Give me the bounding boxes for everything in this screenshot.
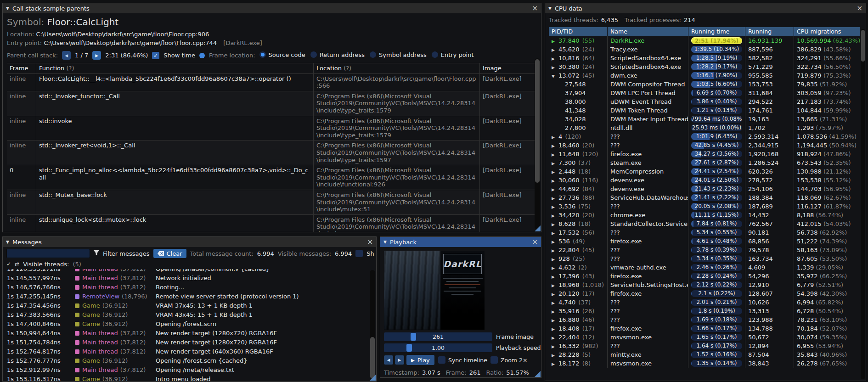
expand-arrow-icon[interactable]: ▶: [552, 151, 558, 158]
cpu-titlebar[interactable]: ▼ CPU data ×: [545, 3, 866, 13]
cpu-process-row[interactable]: ▶28,228 (5)mintty.exe1.52 s (0.16%)87,50…: [549, 350, 860, 359]
expand-arrow-icon[interactable]: ▶: [552, 133, 558, 141]
cpu-process-row[interactable]: ▶44,692 (84)devenv.exe21.43 s (2.23%)254…: [549, 185, 860, 193]
callstack-titlebar[interactable]: ▼ Call stack sample parents ×: [3, 3, 541, 13]
callstack-frame-row[interactable]: inlinestd::invokeC:\Program Files (x86)\…: [7, 116, 537, 141]
cpu-process-row[interactable]: 27,548DWM Compositor Thread1:03.5 (6.60%…: [549, 80, 860, 89]
cpu-process-row[interactable]: ▶11,648 (120)firefox.exe34.27 s (3.56%)1…: [549, 150, 860, 158]
callstack-frame-row[interactable]: inlinestd::_Invoker_ret<void,1>::_CallC:…: [7, 140, 537, 165]
collapse-arrow-icon[interactable]: ▼: [552, 72, 558, 80]
message-row[interactable]: 1s 147,383,566nsGame(36,912)VRAM 43x45: …: [3, 310, 376, 320]
collapse-arrow-icon[interactable]: ▼: [548, 6, 552, 11]
expand-arrow-icon[interactable]: ▶: [552, 177, 558, 185]
column-header-pid[interactable]: PID/TID: [549, 27, 608, 36]
close-icon[interactable]: ×: [532, 5, 538, 12]
expand-arrow-icon[interactable]: ▶: [552, 334, 558, 342]
message-row[interactable]: 1s 146,576,766nsMain thread(37,812)Booti…: [3, 283, 376, 292]
column-header-name[interactable]: Name: [608, 27, 688, 36]
radio-entry-point[interactable]: Entry point: [432, 51, 474, 58]
zoom-checkbox[interactable]: [490, 356, 498, 364]
cpu-process-row[interactable]: 37,904DWM LPC Port Thread6.69 s (0.70%)3…: [549, 89, 860, 97]
check-icon[interactable]: ✓: [6, 261, 11, 267]
expand-arrow-icon[interactable]: ▶: [552, 360, 558, 368]
playback-speed-slider[interactable]: 1.00: [384, 343, 492, 352]
message-filter-input[interactable]: [6, 249, 90, 258]
expand-arrow-icon[interactable]: ▶: [552, 281, 558, 289]
collapse-arrow-icon[interactable]: ▼: [6, 6, 9, 11]
callstack-frame-row[interactable]: 0std::_Func_impl_no_alloc<<lambda_5bc224…: [7, 165, 537, 190]
cpu-process-row[interactable]: ▼13,072 (45)dwm.exe1:16.1 (7.90%)955,585…: [549, 71, 860, 80]
message-row[interactable]: 1s 147,400,846nsGame(36,912)Opening /for…: [3, 320, 376, 329]
message-row[interactable]: 1s 153,116,317nsGame(36,912)Intro menu l…: [3, 375, 376, 381]
message-row[interactable]: 1s 150,994,644nsMain thread(37,812)New r…: [3, 329, 376, 338]
cpu-process-row[interactable]: ▶20,120 (17)firefox.exe2.1 s (0.22%)128,…: [549, 289, 860, 298]
play-button[interactable]: ▶ Play: [406, 355, 434, 365]
cpu-process-row[interactable]: ▶35,916 (26)???1.8 s (0.19%)13,3136,728 …: [549, 307, 860, 315]
cpu-process-row[interactable]: 27,800ntdll.dll25.93 ms (0.00%)1,7021,29…: [549, 124, 860, 132]
expand-arrow-icon[interactable]: ▶: [552, 325, 558, 333]
message-row[interactable]: 1s 147,354,456nsGame(36,912)VRAM 37x45: …: [3, 301, 376, 310]
cpu-process-row[interactable]: ▶3,536 (75)???20.05 s (2.08%)187,689116,…: [549, 202, 860, 211]
radio-icon[interactable]: [432, 51, 438, 58]
show-time-checkbox[interactable]: [152, 52, 159, 59]
column-header-cpu-migrations[interactable]: CPU migrations: [794, 27, 860, 36]
cpu-process-row[interactable]: 38,000uDWM Event Thread3.86 s (0.40%)294…: [549, 97, 860, 106]
frame-image-slider[interactable]: 261: [384, 332, 492, 341]
previous-frame-button[interactable]: ◀: [384, 355, 393, 365]
next-callstack-button[interactable]: ▶: [92, 51, 101, 60]
expand-arrow-icon[interactable]: ▶: [552, 46, 558, 54]
cpu-process-row[interactable]: ▶2,448 (18)MemCompression24.41 s (2.54%)…: [549, 167, 860, 176]
cpu-process-row[interactable]: 34,028DWM Master Input Thread799.64 ms (…: [549, 115, 860, 124]
cpu-process-row[interactable]: ▶8,628 (18)StandardCollector.Service.e7.…: [549, 219, 860, 228]
cpu-process-row[interactable]: ▶34,420 (20)chrome.exe11.11 s (1.15%)14,…: [549, 211, 860, 219]
radio-return-address[interactable]: Return address: [310, 51, 365, 58]
column-header-running-time[interactable]: Running time: [688, 27, 745, 36]
expand-arrow-icon[interactable]: ▶: [552, 238, 558, 246]
cpu-process-row[interactable]: ▶37,840 (55)DarkRL.exe2:51 (17.94%)16,93…: [549, 36, 860, 45]
callstack-frame-row[interactable]: inlinestd::_Invoker_functor::_CallC:\Pro…: [7, 91, 537, 116]
expand-arrow-icon[interactable]: ▶: [552, 63, 558, 71]
radio-source-code[interactable]: Source code: [259, 51, 305, 58]
close-icon[interactable]: ×: [367, 239, 373, 246]
radio-icon[interactable]: [310, 51, 317, 58]
column-header-running-regions[interactable]: Running regions: [745, 27, 794, 36]
expand-arrow-icon[interactable]: ▶: [552, 290, 558, 298]
expand-arrow-icon[interactable]: ▶: [552, 229, 558, 237]
cpu-process-row[interactable]: ▶928 (25)???3.34 s (0.35%)163,73487,605 …: [549, 254, 860, 263]
prev-callstack-button[interactable]: ◀: [62, 51, 71, 60]
cpu-process-row[interactable]: ▶4,740 (37)???2.01 s (0.21%)10,6266,994 …: [549, 298, 860, 307]
cpu-scrollbar[interactable]: [861, 29, 865, 379]
message-row[interactable]: 1s 152,764,817nsMain thread(37,812)New r…: [3, 347, 376, 356]
cpu-process-row[interactable]: ▶18,460 (20)???42.85 s (4.45%)2,344,9151…: [549, 141, 860, 150]
expand-arrow-icon[interactable]: ▶: [552, 255, 558, 263]
expand-arrow-icon[interactable]: ▶: [552, 203, 558, 211]
expand-arrow-icon[interactable]: ▶: [552, 343, 558, 350]
cpu-process-row[interactable]: ▶7,300 (37)steam.exe27.61 s (2.87%)1,286…: [549, 158, 860, 167]
clear-button[interactable]: Clear: [153, 249, 186, 258]
resize-grip[interactable]: [535, 225, 541, 231]
cpu-process-row[interactable]: ▶10,816 (64)ScriptedSandbox64.exe1:28.5 …: [549, 54, 860, 62]
scrollbar-thumb[interactable]: [861, 30, 865, 62]
cpu-process-row[interactable]: ▶27,736 (88)ServiceHub.DataWarehouse21.4…: [549, 193, 860, 202]
expand-arrow-icon[interactable]: ▶: [552, 299, 558, 307]
cpu-process-row[interactable]: ▶22,804 (45)???3.78 s (0.39%)79,57858,16…: [549, 246, 860, 254]
cpu-process-row[interactable]: ▶45,620 (24)Tracy.exe1:39.5 (10.34%)887,…: [549, 45, 860, 54]
message-row[interactable]: 1s 151,754,784nsMain thread(37,812)New r…: [3, 338, 376, 347]
expand-arrow-icon[interactable]: ▶: [552, 55, 558, 62]
collapse-arrow-icon[interactable]: ▼: [383, 240, 387, 244]
expand-arrow-icon[interactable]: ▶: [552, 212, 558, 219]
cpu-process-row[interactable]: ▶17,532 (56)???5.34 s (0.55%)90,18156,73…: [549, 228, 860, 237]
sync-timeline-checkbox[interactable]: [438, 356, 445, 364]
next-frame-button[interactable]: ▶: [395, 355, 404, 365]
cpu-process-row[interactable]: ▶16,332 (982)???1.64 s (0.17%)12,8946,95…: [549, 342, 860, 350]
expand-arrow-icon[interactable]: ▶: [552, 159, 558, 167]
visible-threads-label[interactable]: Visible threads:: [23, 261, 69, 268]
radio-icon[interactable]: [259, 51, 266, 58]
expand-arrow-icon[interactable]: ▶: [552, 37, 558, 45]
callstack-frame-row[interactable]: inlinestd::_Mutex_base::lockC:\Program F…: [7, 190, 537, 215]
callstack-frame-row[interactable]: inlinestd::unique_lock<std::mutex>::lock…: [7, 215, 537, 232]
callstack-scrollbar[interactable]: [535, 58, 540, 230]
close-icon[interactable]: ×: [532, 239, 538, 246]
expand-arrow-icon[interactable]: ▶: [552, 351, 558, 359]
cpu-process-row[interactable]: ▶16,880 (46)???1.69 s (0.18%)123,98878,2…: [549, 315, 860, 324]
